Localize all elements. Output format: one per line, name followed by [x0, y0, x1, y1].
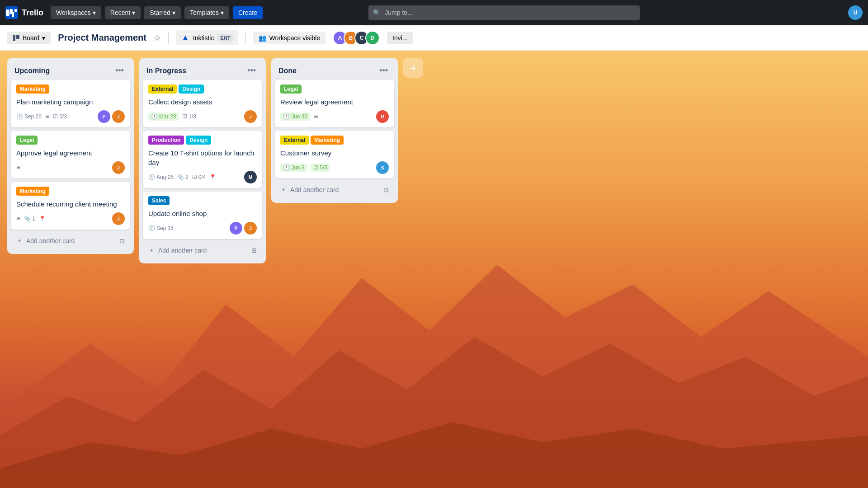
- card[interactable]: LegalReview legal agreement🕐 Jun 30≡R: [275, 80, 394, 127]
- templates-button[interactable]: Templates ▾: [184, 6, 229, 19]
- card-labels: Legal: [16, 136, 125, 145]
- search-icon: 🔍: [373, 9, 381, 16]
- column-title: Done: [278, 67, 297, 75]
- board-view-button[interactable]: Board ▾: [7, 32, 51, 44]
- card-meta: 🕐 Sep 20≡☑ 0/3: [16, 113, 67, 121]
- plus-icon: ＋: [148, 246, 155, 254]
- avatar[interactable]: P: [98, 110, 110, 123]
- add-card-button[interactable]: ＋ Add another card ⊟: [275, 182, 394, 197]
- workspaces-button[interactable]: Workspaces ▾: [51, 6, 101, 19]
- workspace-button[interactable]: ▲ Inktistic ENT: [176, 30, 239, 45]
- card-title: Customer survey: [280, 148, 389, 158]
- card-avatars: S: [376, 161, 389, 174]
- create-button[interactable]: Create: [233, 6, 263, 19]
- ent-badge: ENT: [217, 34, 233, 42]
- card-meta: 🕐 Aug 26📎 2☑ 0/4📍: [148, 174, 216, 180]
- card-avatars: M: [244, 171, 257, 183]
- card-title: Create 10 T-shirt options for launch day: [148, 148, 257, 167]
- card[interactable]: ProductionDesignCreate 10 T-shirt option…: [143, 131, 262, 188]
- svg-rect-0: [10, 9, 13, 14]
- chevron-down-icon: ▾: [172, 9, 175, 16]
- card[interactable]: MarketingPlan marketing campaign🕐 Sep 20…: [11, 80, 130, 127]
- card-avatars: J: [112, 161, 125, 174]
- search-input[interactable]: [368, 5, 640, 20]
- card-label: Design: [179, 84, 204, 94]
- chevron-down-icon: ▾: [93, 9, 96, 16]
- board-columns: Upcoming ••• MarketingPlan marketing cam…: [7, 58, 861, 263]
- avatar[interactable]: U: [848, 5, 863, 20]
- card-footer: 🕐 Aug 26📎 2☑ 0/4📍M: [148, 171, 257, 183]
- clock-icon: 🕐: [151, 113, 158, 120]
- card-label: Legal: [280, 84, 302, 94]
- description-icon: ≡: [16, 164, 20, 172]
- svg-rect-1: [14, 9, 17, 12]
- date-meta: 🕐 Sep 20: [16, 113, 42, 120]
- avatar[interactable]: M: [244, 171, 257, 183]
- attachment-icon: 📎: [24, 216, 31, 222]
- avatar[interactable]: D: [365, 31, 380, 45]
- card[interactable]: ExternalDesignCollect design assets🕐 Mar…: [143, 80, 262, 127]
- description-meta: ≡: [45, 113, 49, 121]
- card-avatars: R: [376, 110, 389, 123]
- avatar[interactable]: J: [112, 110, 125, 123]
- add-column-button[interactable]: ＋: [403, 58, 423, 78]
- invite-button[interactable]: Invi...: [387, 32, 413, 44]
- card-meta: 🕐 Jun 30≡: [280, 113, 318, 121]
- trello-logo-icon: [5, 6, 18, 19]
- template-icon: ⊟: [119, 237, 125, 244]
- trello-logo[interactable]: Trello: [5, 6, 43, 19]
- location-icon: 📍: [209, 174, 216, 180]
- card-title: Plan marketing campaign: [16, 97, 125, 107]
- avatar[interactable]: S: [376, 161, 389, 174]
- card-labels: Sales: [148, 196, 257, 205]
- clock-icon: 🕐: [283, 164, 290, 171]
- card[interactable]: ExternalMarketingCustomer survey🕐 Jun 3☑…: [275, 131, 394, 178]
- avatar[interactable]: P: [230, 222, 242, 235]
- chevron-down-icon: ▾: [221, 9, 224, 16]
- card[interactable]: LegalApprove legal agreement≡J: [11, 131, 130, 178]
- top-navigation: Trello Workspaces ▾ Recent ▾ Starred ▾ T…: [0, 0, 868, 25]
- plus-icon: ＋: [408, 61, 419, 75]
- add-card-button[interactable]: ＋ Add another card ⊟: [11, 233, 130, 249]
- checklist-icon: ☑: [313, 164, 318, 171]
- card-meta: ≡📎 1📍: [16, 215, 46, 223]
- trello-logo-text: Trello: [22, 8, 43, 18]
- star-button[interactable]: ☆: [154, 33, 161, 43]
- avatar[interactable]: J: [244, 110, 257, 123]
- column-menu-button[interactable]: •••: [113, 65, 127, 76]
- description-meta: ≡: [16, 215, 20, 223]
- svg-rect-3: [16, 35, 19, 39]
- attachment-meta: 📎 2: [177, 174, 189, 180]
- atlas-icon: ▲: [181, 33, 189, 42]
- column-title: Upcoming: [14, 67, 50, 75]
- workspace-name: Inktistic: [193, 34, 214, 42]
- card[interactable]: SalesUpdate online shop🕐 Sep 15PJ: [143, 192, 262, 239]
- card-avatars: PJ: [98, 110, 125, 123]
- starred-button[interactable]: Starred ▾: [144, 6, 181, 19]
- column-menu-button[interactable]: •••: [245, 65, 259, 76]
- card-title: Review legal agreement: [280, 97, 389, 107]
- divider-2: [245, 33, 246, 43]
- location-meta: 📍: [39, 216, 46, 222]
- clock-icon: 🕐: [16, 113, 23, 120]
- description-meta: ≡: [314, 113, 318, 121]
- avatar[interactable]: R: [376, 110, 389, 123]
- recent-button[interactable]: Recent ▾: [105, 6, 141, 19]
- add-card-button[interactable]: ＋ Add another card ⊟: [143, 243, 262, 258]
- chevron-down-icon: ▾: [42, 34, 45, 42]
- card-labels: ExternalMarketing: [280, 136, 389, 145]
- card-footer: 🕐 Mar 23☑ 1/3J: [148, 110, 257, 123]
- plus-icon: ＋: [16, 237, 23, 245]
- checklist-meta: ☑ 0/4: [192, 174, 206, 180]
- avatar[interactable]: J: [112, 212, 125, 225]
- visibility-button[interactable]: 👥 Workspace visible: [253, 32, 326, 44]
- checklist-icon: ☑: [182, 113, 187, 120]
- card-label: Marketing: [16, 84, 49, 94]
- checklist-icon: ☑: [192, 174, 197, 180]
- avatar[interactable]: J: [112, 161, 125, 174]
- avatar[interactable]: J: [244, 222, 257, 235]
- column-title: In Progress: [146, 67, 186, 75]
- card[interactable]: MarketingSchedule recurring client meeti…: [11, 182, 130, 230]
- column-menu-button[interactable]: •••: [377, 65, 391, 76]
- card-avatars: PJ: [230, 222, 257, 235]
